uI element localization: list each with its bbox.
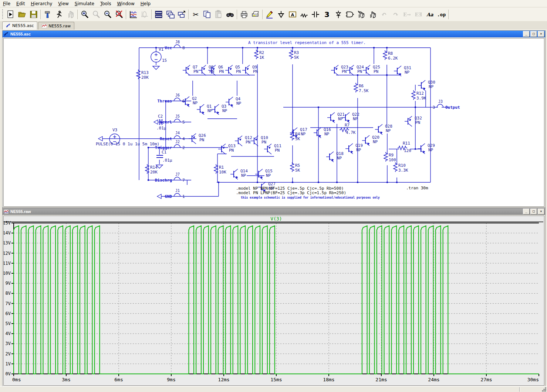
schematic-maximize-button[interactable]: □	[530, 31, 537, 37]
component-Q22[interactable]: Q22NP	[342, 112, 359, 123]
component-Q25[interactable]: Q25PN	[363, 65, 380, 75]
drag-button[interactable]	[367, 9, 378, 20]
cut-button[interactable]: ✂	[190, 9, 201, 20]
tile-horizontally-button[interactable]	[153, 9, 164, 20]
component-Q26[interactable]: Q26PN	[189, 133, 206, 144]
schematic-minimize-button[interactable]: _	[523, 31, 530, 37]
move-button[interactable]	[355, 9, 367, 20]
menu-tools[interactable]: Tools	[97, 1, 114, 7]
component-Q12[interactable]: Q12PN	[235, 135, 252, 146]
menu-edit[interactable]: Edit	[13, 1, 28, 7]
component-Q10[interactable]: Q10PN	[251, 135, 268, 146]
zoom-out-button[interactable]	[102, 9, 113, 20]
find-button[interactable]	[224, 9, 236, 20]
component-Q7[interactable]: Q7PN	[183, 65, 198, 75]
component-Q3[interactable]: Q3NP	[212, 104, 227, 115]
component-R12[interactable]: R123.9K	[412, 90, 426, 101]
component-R1[interactable]: R110K	[214, 164, 226, 175]
component-R7[interactable]: R74.7K	[340, 123, 356, 135]
pin-gnd[interactable]: J1GND1	[165, 189, 185, 199]
menu-window[interactable]: Window	[114, 1, 137, 7]
menu-simulate[interactable]: Simulate	[72, 1, 97, 7]
pin-dischrg[interactable]: J7Dischrg7	[155, 172, 185, 183]
component-Q1[interactable]: Q1NP	[197, 104, 213, 115]
open-button[interactable]	[16, 9, 28, 20]
menu-view[interactable]: View	[55, 1, 71, 7]
control-panel-button[interactable]	[42, 9, 53, 20]
component-C1[interactable]: C1.01µ	[156, 150, 172, 163]
component-R6[interactable]: R67.5K	[354, 83, 369, 93]
run-button[interactable]	[53, 9, 65, 20]
menu-help[interactable]: Help	[138, 1, 153, 7]
schematic-close-button[interactable]: ✕	[538, 31, 544, 37]
spice-directive-button[interactable]: .op	[436, 9, 447, 20]
component-Q21[interactable]: Q21NP	[327, 112, 345, 123]
waveform-canvas[interactable]: V(3)0V1V2V3V4V5V6V7V8V9V10V11V12V13V14V1…	[3, 216, 544, 386]
component-Q19[interactable]: Q19NP	[345, 143, 363, 154]
new-schematic-button[interactable]	[5, 9, 16, 20]
component-R4[interactable]: R45K	[290, 131, 300, 141]
component-Q5[interactable]: Q5PN	[225, 65, 241, 75]
component-V3[interactable]: V3PULSE(0 15 0 1u 1u 5m 10m)	[96, 128, 159, 146]
cascade-windows-button[interactable]	[176, 9, 187, 20]
menu-hierarchy[interactable]: Hierarchy	[28, 1, 55, 7]
place-inductor-button[interactable]: 3	[321, 9, 332, 20]
component-R2[interactable]: R21K	[254, 50, 264, 60]
place-component-button[interactable]	[344, 9, 355, 20]
place-text-button[interactable]: Aa	[424, 9, 436, 20]
component-R3[interactable]: R35K	[289, 50, 299, 60]
component-Q4[interactable]: Q4NP	[226, 97, 242, 107]
menu-file[interactable]: File	[0, 1, 13, 7]
tab-ne555-raw[interactable]: NE555.raw	[38, 22, 74, 30]
v3-trace[interactable]	[14, 226, 539, 374]
component-Q31[interactable]: Q31NP	[394, 65, 411, 76]
component-R5[interactable]: R55K	[290, 162, 300, 173]
component-Q20[interactable]: Q20NP	[362, 135, 379, 146]
pin-vcc[interactable]: J8Vcc8	[165, 40, 185, 50]
component-Q13[interactable]: Q13PN	[218, 143, 236, 154]
waveform-close-button[interactable]: ✕	[538, 209, 544, 214]
component-R9[interactable]: R9100	[384, 152, 396, 162]
component-R10[interactable]: R103.3K	[394, 162, 408, 173]
component-R14[interactable]: R1420K	[145, 164, 158, 175]
save-button[interactable]	[28, 9, 39, 20]
label-net-button[interactable]: A	[287, 9, 298, 20]
zoom-in-button[interactable]	[79, 9, 90, 20]
print-button[interactable]	[238, 9, 250, 20]
component-Q16[interactable]: Q16NP	[314, 127, 331, 138]
schematic-window-titlebar[interactable]: NE555.asc _ □ ✕	[3, 31, 545, 37]
pin-threas[interactable]: J6Threas6	[157, 93, 185, 104]
place-capacitor-button[interactable]	[310, 9, 321, 20]
tab-ne555-asc[interactable]: NE555.asc	[2, 21, 37, 30]
place-ground-button[interactable]	[275, 9, 287, 20]
waveform-maximize-button[interactable]: □	[530, 209, 537, 214]
component-Q23[interactable]: Q23PN	[331, 65, 348, 75]
toolbar-grip[interactable]	[1, 9, 4, 20]
component-R8[interactable]: R86.2K	[383, 50, 398, 61]
component-Q28[interactable]: Q28NP	[375, 124, 392, 135]
component-Q30[interactable]: Q30NP	[418, 80, 435, 91]
draw-wire-button[interactable]	[264, 9, 275, 20]
component-R11[interactable]: R11120	[398, 141, 411, 153]
print-setup-button[interactable]	[250, 9, 261, 20]
pin-vctrl[interactable]: J5Vctrl5	[160, 114, 185, 125]
schematic-canvas[interactable]: Q7PNQ8PNQ6PNQ5PNQ9PNQ2NPQ1NPQ3NPQ4NPQ26P…	[3, 38, 544, 207]
tile-vertically-button[interactable]	[164, 9, 176, 20]
component-Q29[interactable]: Q29NP	[418, 143, 435, 154]
zoom-full-extents-button[interactable]	[113, 9, 125, 20]
pin-output[interactable]: J33Output	[432, 99, 460, 110]
trace-label[interactable]: V(3)	[270, 216, 282, 222]
component-Q18[interactable]: Q18NP	[326, 151, 344, 162]
pin-reset[interactable]: J4Reset4	[160, 131, 185, 141]
resize-grip[interactable]	[542, 387, 546, 392]
component-Q9[interactable]: Q9PN	[242, 65, 258, 75]
waveform-window-titlebar[interactable]: NE555.raw _ □ ✕	[3, 208, 545, 215]
place-resistor-button[interactable]	[298, 9, 310, 20]
component-R13[interactable]: R1320K	[136, 70, 149, 80]
component-Q24[interactable]: Q24PN	[347, 65, 364, 75]
waveform-minimize-button[interactable]: _	[523, 209, 530, 214]
waveform-pane-button[interactable]	[127, 9, 139, 20]
component-Q14[interactable]: Q14NP	[230, 169, 248, 179]
place-diode-button[interactable]	[332, 9, 344, 20]
copy-button[interactable]	[201, 9, 213, 20]
